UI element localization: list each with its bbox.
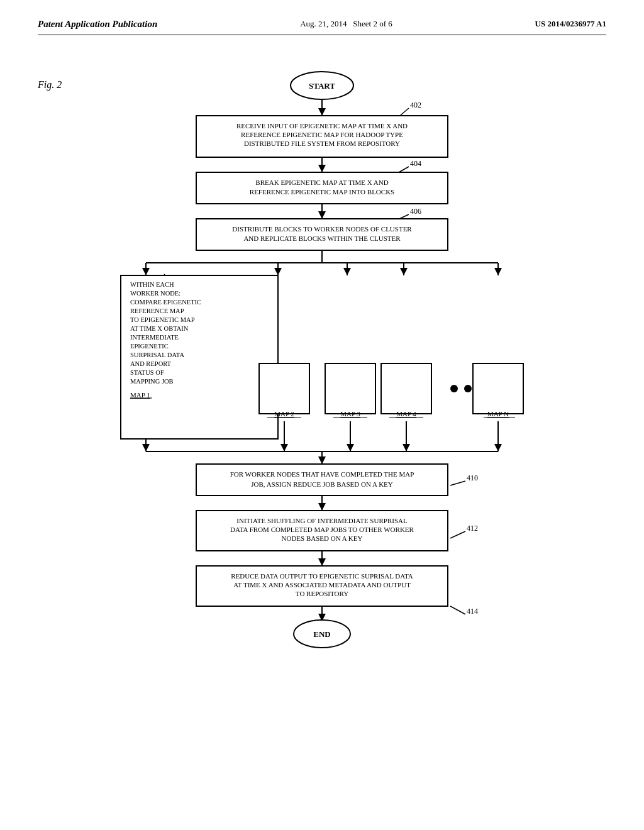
svg-text:INTERMEDIATE: INTERMEDIATE xyxy=(130,334,179,341)
svg-rect-56 xyxy=(325,363,375,414)
svg-line-88 xyxy=(450,531,465,538)
svg-marker-74 xyxy=(402,444,410,451)
svg-marker-68 xyxy=(142,444,150,451)
header-date-sheet: Aug. 21, 2014 Sheet 2 of 6 xyxy=(300,19,392,29)
page: Patent Application Publication Aug. 21, … xyxy=(0,0,644,830)
svg-marker-31 xyxy=(274,268,282,275)
svg-marker-72 xyxy=(347,444,354,451)
svg-text:402: 402 xyxy=(410,101,421,109)
header-patent-number: US 2014/0236977 A1 xyxy=(535,19,606,29)
svg-text:MAP N: MAP N xyxy=(487,410,509,418)
svg-text:SURPRISAL DATA: SURPRISAL DATA xyxy=(130,351,184,358)
svg-text:START: START xyxy=(309,81,335,91)
svg-text:RECEIVE INPUT OF EPIGENETIC MA: RECEIVE INPUT OF EPIGENETIC MAP AT TIME … xyxy=(236,122,408,130)
svg-text:FOR WORKER NODES THAT HAVE COM: FOR WORKER NODES THAT HAVE COMPLETED THE… xyxy=(230,470,414,478)
svg-text:412: 412 xyxy=(467,524,478,533)
svg-text:DATA FROM COMPLETED MAP JOBS T: DATA FROM COMPLETED MAP JOBS TO OTHER WO… xyxy=(230,526,414,533)
svg-text:TO REPOSITORY: TO REPOSITORY xyxy=(296,590,348,597)
svg-text:MAP 1: MAP 1 xyxy=(130,391,150,399)
svg-marker-11 xyxy=(318,165,326,172)
svg-text:EPIGENETIC: EPIGENETIC xyxy=(130,343,169,350)
svg-marker-94 xyxy=(318,558,326,566)
svg-text:REDUCE DATA OUTPUT TO EPIGENET: REDUCE DATA OUTPUT TO EPIGENETIC SUPRISA… xyxy=(231,572,413,580)
svg-text:TO EPIGENETIC MAP: TO EPIGENETIC MAP xyxy=(130,316,195,323)
svg-text:WITHIN EACH: WITHIN EACH xyxy=(130,281,174,288)
svg-text:MAP 3: MAP 3 xyxy=(340,410,360,418)
svg-point-62 xyxy=(450,385,458,392)
svg-marker-76 xyxy=(494,444,502,451)
svg-marker-29 xyxy=(142,268,150,275)
svg-text:COMPARE EPIGENETIC: COMPARE EPIGENETIC xyxy=(130,299,201,306)
svg-rect-59 xyxy=(381,363,431,414)
svg-text:WORKER NODE:: WORKER NODE: xyxy=(130,290,180,297)
svg-marker-86 xyxy=(318,503,326,511)
svg-text:DISTRIBUTED FILE SYSTEM FROM R: DISTRIBUTED FILE SYSTEM FROM REPOSITORY xyxy=(244,140,400,147)
svg-text:406: 406 xyxy=(410,207,421,216)
svg-line-81 xyxy=(450,481,465,485)
svg-marker-33 xyxy=(343,268,351,275)
svg-text:MAP 2: MAP 2 xyxy=(274,410,294,418)
svg-text:DISTRIBUTE BLOCKS TO WORKER NO: DISTRIBUTE BLOCKS TO WORKER NODES OF CLU… xyxy=(232,225,412,233)
svg-text:AT TIME X OBTAIN: AT TIME X OBTAIN xyxy=(130,325,189,332)
svg-text:AND REPORT: AND REPORT xyxy=(130,360,172,367)
svg-marker-18 xyxy=(318,211,326,219)
svg-text:BREAK EPIGENETIC MAP AT TIME X: BREAK EPIGENETIC MAP AT TIME X AND xyxy=(255,179,388,186)
svg-rect-82 xyxy=(196,464,448,495)
svg-text:INITIATE SHUFFLING OF INTERMED: INITIATE SHUFFLING OF INTERMEDIATE SURPR… xyxy=(236,517,408,524)
svg-marker-3 xyxy=(318,108,326,116)
svg-text:AT TIME X AND ASSOCIATED METAD: AT TIME X AND ASSOCIATED METADATA AND OU… xyxy=(233,581,411,589)
svg-text:410: 410 xyxy=(467,473,478,482)
svg-text:END: END xyxy=(313,629,330,639)
flowchart-svg: START 402 RECEIVE INPUT OF EPIGENETIC MA… xyxy=(83,60,561,752)
header-title: Patent Application Publication xyxy=(38,19,157,30)
svg-rect-64 xyxy=(473,363,523,414)
svg-text:JOB, ASSIGN REDUCE JOB BASED O: JOB, ASSIGN REDUCE JOB BASED ON A KEY xyxy=(251,480,393,488)
svg-text:REFERENCE EPIGENETIC MAP INTO : REFERENCE EPIGENETIC MAP INTO BLOCKS xyxy=(250,188,394,196)
svg-text:REFERENCE EPIGENETIC MAP FOR H: REFERENCE EPIGENETIC MAP FOR HADOOP TYPE xyxy=(241,131,403,138)
svg-line-100 xyxy=(450,606,465,614)
svg-point-63 xyxy=(464,385,472,392)
diagram-area: Fig. 2 START 402 RECEIVE INPUT OF EPIGEN… xyxy=(38,60,606,752)
svg-text:REFERENCE MAP: REFERENCE MAP xyxy=(130,307,184,314)
svg-text:404: 404 xyxy=(410,159,421,168)
svg-text:NODES BASED ON A KEY: NODES BASED ON A KEY xyxy=(282,534,363,542)
svg-text:STATUS OF: STATUS OF xyxy=(130,369,164,376)
svg-marker-37 xyxy=(494,268,502,275)
svg-text:AND REPLICATE BLOCKS WITHIN TH: AND REPLICATE BLOCKS WITHIN THE CLUSTER xyxy=(243,235,401,242)
svg-text:MAPPING JOB: MAPPING JOB xyxy=(130,378,174,385)
page-header: Patent Application Publication Aug. 21, … xyxy=(38,19,606,35)
svg-rect-53 xyxy=(259,363,309,414)
figure-label: Fig. 2 xyxy=(38,79,62,91)
svg-marker-35 xyxy=(400,268,408,275)
svg-marker-70 xyxy=(280,444,288,451)
svg-text:MAP 4: MAP 4 xyxy=(396,410,416,418)
svg-text:414: 414 xyxy=(467,607,478,616)
svg-marker-79 xyxy=(318,456,326,464)
